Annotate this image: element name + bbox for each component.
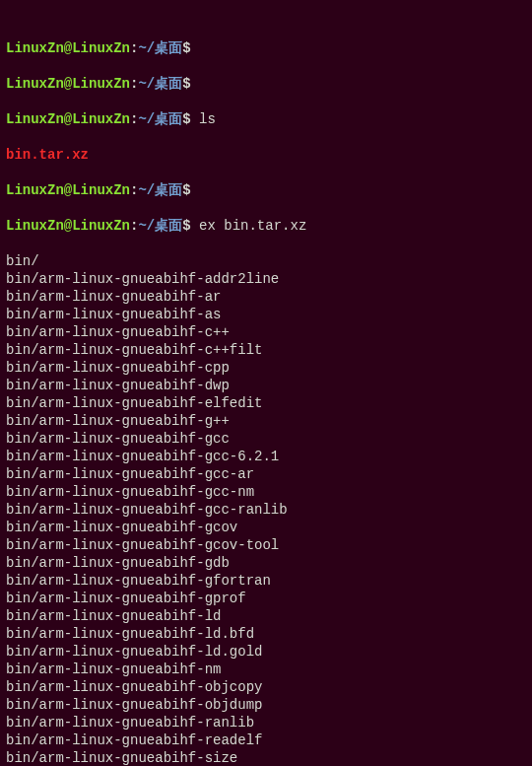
extract-output-line: bin/arm-linux-gnueabihf-elfedit <box>6 394 526 412</box>
extract-output-line: bin/arm-linux-gnueabihf-ranlib <box>6 714 526 731</box>
extract-output-line: bin/arm-linux-gnueabihf-gcc-nm <box>6 483 526 501</box>
extract-output-line: bin/arm-linux-gnueabihf-g++ <box>6 412 526 430</box>
extract-output-line: bin/arm-linux-gnueabihf-as <box>6 306 526 323</box>
extract-output-line: bin/arm-linux-gnueabihf-ld.bfd <box>6 625 526 643</box>
extract-output-line: bin/arm-linux-gnueabihf-gcov-tool <box>6 536 526 554</box>
extract-output-line: bin/arm-linux-gnueabihf-ld <box>6 607 526 625</box>
prompt-path: ~/桌面 <box>138 111 182 127</box>
terminal-output[interactable]: LinuxZn@LinuxZn:~/桌面$ LinuxZn@LinuxZn:~/… <box>0 0 532 766</box>
extract-output-line: bin/arm-linux-gnueabihf-gdb <box>6 554 526 572</box>
prompt-user: LinuxZn@LinuxZn <box>6 182 130 198</box>
command-text: ex bin.tar.xz <box>199 218 306 234</box>
extract-output-line: bin/arm-linux-gnueabihf-gcc-6.2.1 <box>6 448 526 465</box>
prompt-path: ~/桌面 <box>138 40 182 56</box>
extract-output-line: bin/arm-linux-gnueabihf-gcov <box>6 519 526 536</box>
prompt-dollar: $ <box>182 182 190 198</box>
prompt-line: LinuxZn@LinuxZn:~/桌面$ <box>6 75 526 93</box>
extract-output-line: bin/arm-linux-gnueabihf-cpp <box>6 359 526 377</box>
prompt-line: LinuxZn@LinuxZn:~/桌面$ ls <box>6 110 526 128</box>
prompt-path: ~/桌面 <box>138 76 182 92</box>
prompt-dollar: $ <box>182 40 190 56</box>
extract-output-block: bin/bin/arm-linux-gnueabihf-addr2linebin… <box>6 252 526 766</box>
prompt-dollar: $ <box>182 76 190 92</box>
prompt-user: LinuxZn@LinuxZn <box>6 218 130 234</box>
extract-output-line: bin/arm-linux-gnueabihf-c++ <box>6 323 526 341</box>
prompt-line: LinuxZn@LinuxZn:~/桌面$ <box>6 181 526 199</box>
prompt-path: ~/桌面 <box>138 218 182 234</box>
extract-output-line: bin/arm-linux-gnueabihf-gcc <box>6 430 526 448</box>
extract-output-line: bin/arm-linux-gnueabihf-readelf <box>6 731 526 749</box>
prompt-line: LinuxZn@LinuxZn:~/桌面$ <box>6 39 526 57</box>
extract-output-line: bin/arm-linux-gnueabihf-objdump <box>6 696 526 714</box>
extract-output-line: bin/arm-linux-gnueabihf-ar <box>6 288 526 306</box>
extract-output-line: bin/arm-linux-gnueabihf-objcopy <box>6 678 526 696</box>
extract-output-line: bin/arm-linux-gnueabihf-ld.gold <box>6 643 526 661</box>
extract-output-line: bin/arm-linux-gnueabihf-nm <box>6 661 526 678</box>
prompt-dollar: $ <box>182 111 190 127</box>
prompt-user: LinuxZn@LinuxZn <box>6 76 130 92</box>
prompt-line: LinuxZn@LinuxZn:~/桌面$ ex bin.tar.xz <box>6 217 526 235</box>
command-text: ls <box>199 111 216 127</box>
prompt-user: LinuxZn@LinuxZn <box>6 111 130 127</box>
prompt-path: ~/桌面 <box>138 182 182 198</box>
prompt-user: LinuxZn@LinuxZn <box>6 40 130 56</box>
ls-output-line: bin.tar.xz <box>6 146 526 164</box>
extract-output-line: bin/arm-linux-gnueabihf-gprof <box>6 590 526 607</box>
prompt-dollar: $ <box>182 218 190 234</box>
extract-output-line: bin/arm-linux-gnueabihf-dwp <box>6 377 526 394</box>
extract-output-line: bin/arm-linux-gnueabihf-addr2line <box>6 270 526 288</box>
extract-output-line: bin/arm-linux-gnueabihf-gfortran <box>6 572 526 590</box>
extract-output-line: bin/arm-linux-gnueabihf-gcc-ranlib <box>6 501 526 519</box>
file-archive: bin.tar.xz <box>6 147 89 163</box>
extract-output-line: bin/arm-linux-gnueabihf-size <box>6 749 526 766</box>
extract-output-line: bin/arm-linux-gnueabihf-c++filt <box>6 341 526 359</box>
extract-output-line: bin/ <box>6 252 526 270</box>
extract-output-line: bin/arm-linux-gnueabihf-gcc-ar <box>6 465 526 483</box>
